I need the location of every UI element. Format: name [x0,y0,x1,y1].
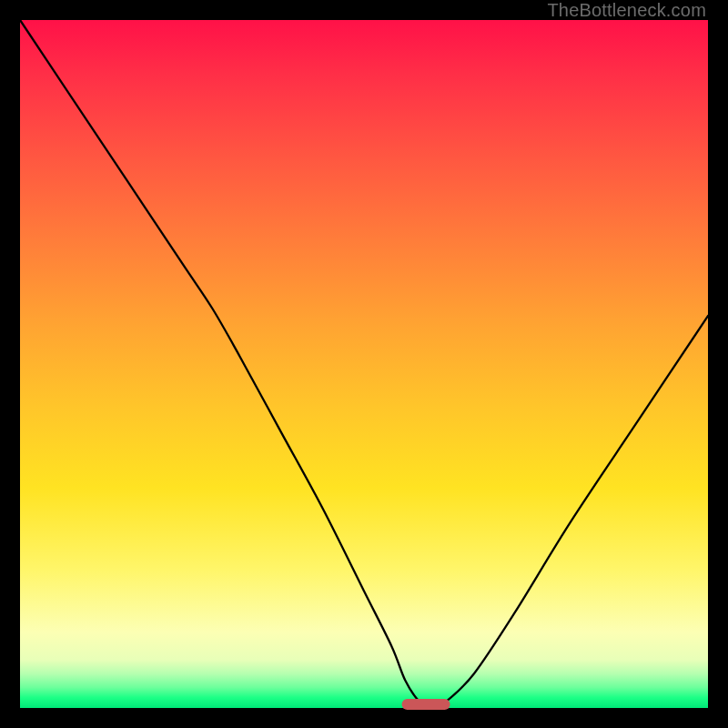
optimum-marker [402,699,450,710]
watermark-text: TheBottleneck.com [547,0,706,21]
plot-area [20,20,708,708]
bottleneck-curve [20,20,708,708]
chart-frame: TheBottleneck.com [0,0,728,728]
